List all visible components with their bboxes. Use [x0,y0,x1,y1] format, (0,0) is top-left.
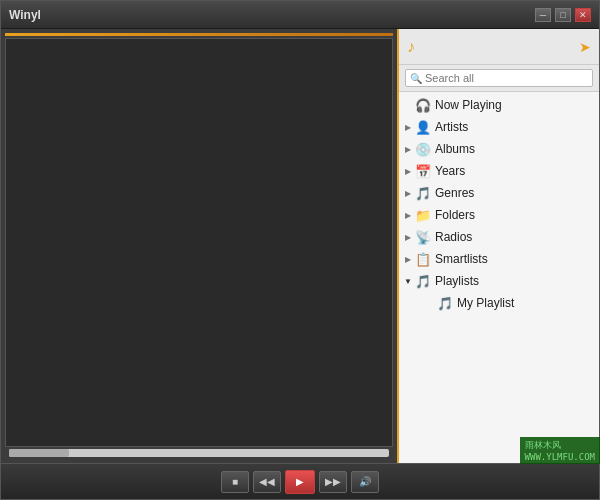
search-input-wrapper: 🔍 [405,69,593,87]
tree-icon-smartlists: 📋 [415,251,431,267]
search-bar: 🔍 [399,65,599,92]
window-controls: ─ □ ✕ [535,8,591,22]
progress-bar[interactable] [9,449,389,457]
tree-icon-playlists: 🎵 [415,273,431,289]
tree-item-radios[interactable]: ▶📡Radios [399,226,599,248]
tree-item-now-playing[interactable]: 🎧Now Playing [399,94,599,116]
title-bar: Winyl ─ □ ✕ [1,1,599,29]
tree-label-albums: Albums [435,142,475,156]
tree-toggle-now-playing[interactable] [403,100,413,110]
watermark-line2: WWW.YLMFU.COM [525,452,595,462]
music-icon: ♪ [407,38,415,56]
tree-item-playlists[interactable]: ▼🎵Playlists [399,270,599,292]
tree-label-my-playlist: My Playlist [457,296,514,310]
volume-button[interactable]: 🔊 [351,471,379,493]
tree-toggle-albums[interactable]: ▶ [403,144,413,154]
main-window: Winyl ─ □ ✕ ♪ ➤ 🔍 [0,0,600,500]
maximize-button[interactable]: □ [555,8,571,22]
next-button[interactable]: ▶▶ [319,471,347,493]
forward-nav-arrow[interactable]: ➤ [579,39,591,55]
close-button[interactable]: ✕ [575,8,591,22]
search-input[interactable] [425,72,588,84]
tree-toggle-smartlists[interactable]: ▶ [403,254,413,264]
tree-item-years[interactable]: ▶📅Years [399,160,599,182]
window-title: Winyl [9,8,41,22]
player-area [1,29,399,463]
library-panel: ♪ ➤ 🔍 🎧Now Playing▶👤Artists▶💿Albums▶📅Yea… [399,29,599,463]
stop-button[interactable]: ■ [221,471,249,493]
tree-label-smartlists: Smartlists [435,252,488,266]
watermark-line1: 雨林木风 [525,440,561,450]
bottom-toolbar: ■ ◀◀ ▶ ▶▶ 🔊 [1,463,599,499]
tree-label-playlists: Playlists [435,274,479,288]
tree-label-years: Years [435,164,465,178]
search-icon: 🔍 [410,73,422,84]
tree-icon-radios: 📡 [415,229,431,245]
tree-icon-my-playlist: 🎵 [437,295,453,311]
prev-button[interactable]: ◀◀ [253,471,281,493]
orange-accent-bar [5,33,393,36]
tree-icon-artists: 👤 [415,119,431,135]
library-header: ♪ ➤ [399,29,599,65]
tree-toggle-years[interactable]: ▶ [403,166,413,176]
tree-icon-albums: 💿 [415,141,431,157]
progress-thumb[interactable] [9,449,69,457]
tree-label-genres: Genres [435,186,474,200]
tree-item-my-playlist[interactable]: 🎵My Playlist [399,292,599,314]
tree-item-folders[interactable]: ▶📁Folders [399,204,599,226]
player-display [5,38,393,447]
tree-toggle-playlists[interactable]: ▼ [403,276,413,286]
tree-icon-genres: 🎵 [415,185,431,201]
tree-label-now-playing: Now Playing [435,98,502,112]
tree-toggle-radios[interactable]: ▶ [403,232,413,242]
watermark: 雨林木风 WWW.YLMFU.COM [520,437,600,464]
play-button[interactable]: ▶ [285,470,315,494]
tree-label-folders: Folders [435,208,475,222]
tree-icon-now-playing: 🎧 [415,97,431,113]
main-content: ♪ ➤ 🔍 🎧Now Playing▶👤Artists▶💿Albums▶📅Yea… [1,29,599,463]
tree-toggle-folders[interactable]: ▶ [403,210,413,220]
tree-item-albums[interactable]: ▶💿Albums [399,138,599,160]
tree-item-artists[interactable]: ▶👤Artists [399,116,599,138]
tree-item-genres[interactable]: ▶🎵Genres [399,182,599,204]
tree-toggle-artists[interactable]: ▶ [403,122,413,132]
tree-label-artists: Artists [435,120,468,134]
tree-toggle-genres[interactable]: ▶ [403,188,413,198]
tree-icon-years: 📅 [415,163,431,179]
tree-item-smartlists[interactable]: ▶📋Smartlists [399,248,599,270]
tree-icon-folders: 📁 [415,207,431,223]
minimize-button[interactable]: ─ [535,8,551,22]
tree-label-radios: Radios [435,230,472,244]
tree-view: 🎧Now Playing▶👤Artists▶💿Albums▶📅Years▶🎵Ge… [399,92,599,463]
